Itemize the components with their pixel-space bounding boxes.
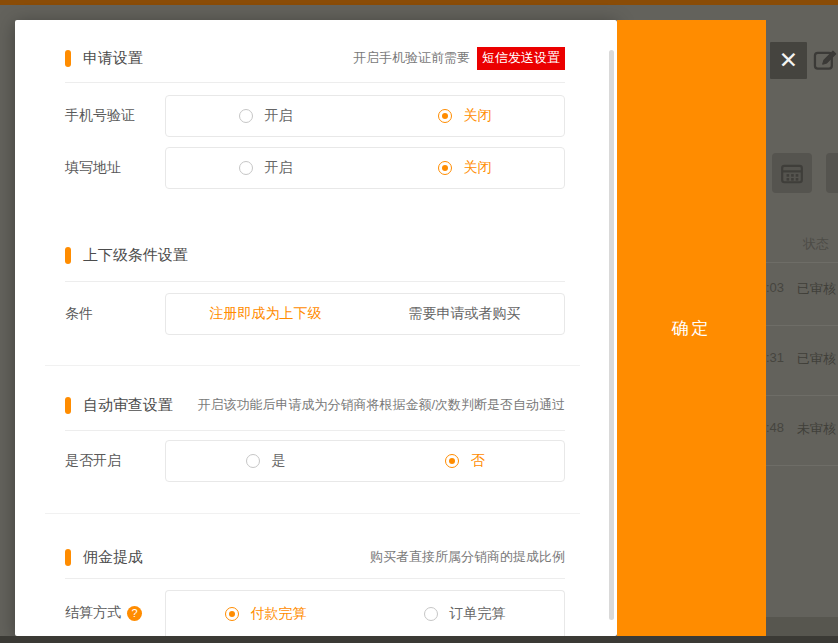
- section-note: 开启手机验证前需要: [353, 49, 470, 67]
- row-settlement-method: 结算方式 ? 付款完算 订单完算: [65, 590, 565, 636]
- radio-icon[interactable]: [239, 161, 253, 175]
- calendar-button[interactable]: [772, 153, 812, 193]
- table-row-status: 未审核: [797, 420, 836, 438]
- section-separator: [45, 365, 580, 366]
- section-header-auto-review: 自动审查设置 开启该功能后申请成为分销商将根据金额/次数判断是否自动通过: [65, 395, 565, 415]
- divider: [65, 82, 565, 83]
- radio-label[interactable]: 开启: [265, 159, 293, 177]
- radio-label[interactable]: 订单完算: [450, 605, 506, 623]
- radio-label[interactable]: 是: [272, 452, 286, 470]
- background-page-header-strip: [0, 0, 838, 5]
- table-divider: [766, 262, 838, 263]
- radio-icon-selected[interactable]: [438, 109, 452, 123]
- section-title: 自动审查设置: [83, 396, 173, 415]
- section-note: 开启该功能后申请成为分销商将根据金额/次数判断是否自动通过: [197, 396, 565, 414]
- radio-icon[interactable]: [424, 607, 438, 621]
- calendar-icon: [780, 161, 804, 185]
- background-bottom-strip: [0, 636, 838, 643]
- background-button-partial: [826, 153, 838, 193]
- row-label: 条件: [65, 305, 165, 323]
- radio-label[interactable]: 开启: [265, 107, 293, 125]
- option-group: 注册即成为上下级 需要申请或者购买: [165, 293, 565, 335]
- confirm-button-label: 确定: [672, 317, 712, 340]
- radio-icon-selected[interactable]: [445, 454, 459, 468]
- radio-icon[interactable]: [246, 454, 260, 468]
- table-row-time: :48: [766, 420, 784, 435]
- radio-group: 开启 关闭: [165, 95, 565, 137]
- radio-label[interactable]: 关闭: [464, 107, 492, 125]
- close-button[interactable]: ✕: [770, 42, 807, 79]
- radio-group: 开启 关闭: [165, 147, 565, 189]
- section-marker-bar: [65, 50, 71, 67]
- section-header-commission: 佣金提成 购买者直接所属分销商的提成比例: [65, 547, 565, 567]
- background-footer-band: [766, 617, 838, 636]
- row-phone-verification: 手机号验证 开启 关闭: [65, 95, 565, 137]
- divider: [65, 281, 565, 282]
- row-label: 是否开启: [65, 452, 165, 470]
- section-header-application-settings: 申请设置 开启手机验证前需要 短信发送设置: [65, 48, 565, 68]
- radio-icon-selected[interactable]: [438, 161, 452, 175]
- radio-option-yes[interactable]: 是: [166, 452, 365, 470]
- section-title: 上下级条件设置: [83, 246, 188, 265]
- modal-scrollbar-thumb[interactable]: [609, 50, 614, 620]
- table-row-status: 已审核: [797, 350, 836, 368]
- row-fill-address: 填写地址 开启 关闭: [65, 147, 565, 189]
- help-icon[interactable]: ?: [127, 606, 142, 621]
- close-icon: ✕: [779, 49, 798, 72]
- row-label: 手机号验证: [65, 107, 165, 125]
- background-page-content: ✕ 状态 :03 已审核 :31 已审核 :48 未审核: [766, 5, 838, 636]
- radio-option-off[interactable]: 关闭: [365, 159, 564, 177]
- radio-label[interactable]: 关闭: [464, 159, 492, 177]
- option-register-becomes-hierarchy[interactable]: 注册即成为上下级: [166, 305, 365, 323]
- section-title: 佣金提成: [83, 548, 143, 567]
- table-divider: [766, 325, 838, 326]
- radio-label[interactable]: 付款完算: [251, 605, 307, 623]
- row-condition: 条件 注册即成为上下级 需要申请或者购买: [65, 293, 565, 335]
- divider: [65, 430, 565, 431]
- row-auto-review-enabled: 是否开启 是 否: [65, 440, 565, 482]
- radio-option-on[interactable]: 开启: [166, 107, 365, 125]
- radio-group: 是 否: [165, 440, 565, 482]
- radio-option-settle-on-order[interactable]: 订单完算: [365, 605, 564, 623]
- radio-option-settle-on-payment[interactable]: 付款完算: [166, 605, 365, 623]
- edit-icon[interactable]: [811, 46, 838, 73]
- row-label: 填写地址: [65, 159, 165, 177]
- row-label-text: 结算方式: [65, 604, 121, 622]
- sms-settings-link[interactable]: 短信发送设置: [477, 47, 565, 70]
- row-label: 结算方式 ?: [65, 604, 165, 622]
- section-note: 购买者直接所属分销商的提成比例: [370, 548, 565, 566]
- table-row-time: :31: [766, 350, 784, 365]
- option-need-apply-or-purchase[interactable]: 需要申请或者购买: [365, 305, 564, 323]
- divider: [65, 578, 565, 579]
- section-marker-bar: [65, 549, 71, 566]
- section-marker-bar: [65, 247, 71, 264]
- radio-option-on[interactable]: 开启: [166, 159, 365, 177]
- section-title: 申请设置: [83, 49, 143, 68]
- section-separator: [45, 513, 580, 514]
- radio-option-no[interactable]: 否: [365, 452, 564, 470]
- section-marker-bar: [65, 397, 71, 414]
- section-header-hierarchy-condition: 上下级条件设置: [65, 245, 565, 265]
- radio-option-off[interactable]: 关闭: [365, 107, 564, 125]
- confirm-button[interactable]: 确定: [617, 20, 766, 636]
- table-row-status: 已审核: [797, 280, 836, 298]
- radio-label[interactable]: 否: [471, 452, 485, 470]
- table-divider: [766, 395, 838, 396]
- radio-group: 付款完算 订单完算: [165, 590, 565, 636]
- radio-icon[interactable]: [239, 109, 253, 123]
- settings-modal: 申请设置 开启手机验证前需要 短信发送设置 手机号验证 开启 关闭 填写地址: [15, 20, 617, 636]
- radio-icon-selected[interactable]: [225, 607, 239, 621]
- table-divider: [766, 465, 838, 466]
- table-header-status: 状态: [803, 235, 829, 253]
- table-row-time: :03: [766, 280, 784, 295]
